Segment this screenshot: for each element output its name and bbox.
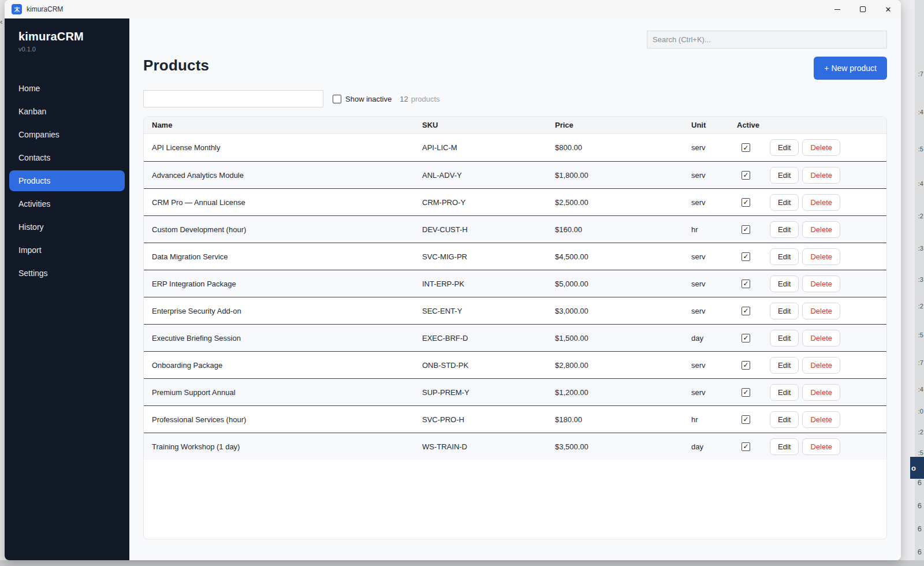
sidebar-item-activities[interactable]: Activities <box>9 193 125 214</box>
delete-button[interactable]: Delete <box>802 411 840 428</box>
product-name: Professional Services (hour) <box>152 415 422 424</box>
page-header: Products + New product <box>143 57 887 80</box>
edit-button[interactable]: Edit <box>770 384 799 401</box>
close-button[interactable]: ✕ <box>875 0 901 18</box>
sidebar-item-products[interactable]: Products <box>9 170 125 191</box>
show-inactive-toggle[interactable]: Show inactive <box>333 95 392 103</box>
product-sku: API-LIC-M <box>422 143 555 152</box>
maximize-button[interactable] <box>850 0 875 18</box>
tree-glyph-icon <box>13 6 21 13</box>
edit-button[interactable]: Edit <box>770 167 799 184</box>
show-inactive-checkbox[interactable] <box>333 95 341 103</box>
edit-button[interactable]: Edit <box>770 411 799 428</box>
active-cell: ✓ <box>737 442 770 451</box>
row-actions: Edit Delete <box>770 411 886 428</box>
active-checkbox[interactable]: ✓ <box>742 252 750 261</box>
edit-button[interactable]: Edit <box>770 221 799 238</box>
edit-button[interactable]: Edit <box>770 194 799 211</box>
active-checkbox[interactable]: ✓ <box>742 442 750 451</box>
delete-button[interactable]: Delete <box>802 167 840 184</box>
delete-button[interactable]: Delete <box>802 248 840 265</box>
sidebar-item-import[interactable]: Import <box>9 240 125 260</box>
sidebar-item-kanban[interactable]: Kanban <box>9 101 125 122</box>
product-unit: serv <box>691 171 737 180</box>
row-actions: Edit Delete <box>770 438 886 455</box>
sidebar-item-settings[interactable]: Settings <box>9 263 125 284</box>
edit-button[interactable]: Edit <box>770 248 799 265</box>
delete-button[interactable]: Delete <box>802 357 840 374</box>
new-product-button[interactable]: + New product <box>814 57 887 80</box>
product-sku: ONB-STD-PK <box>422 361 555 370</box>
global-search-input[interactable] <box>647 31 887 49</box>
active-checkbox[interactable]: ✓ <box>742 143 750 152</box>
titlebar: kimuraCRM ✕ <box>5 0 901 18</box>
active-checkbox[interactable]: ✓ <box>742 225 750 234</box>
delete-button[interactable]: Delete <box>802 330 840 347</box>
delete-button[interactable]: Delete <box>802 303 840 319</box>
table-row: Professional Services (hour) SVC-PRO-H $… <box>144 405 886 433</box>
column-header-unit: Unit <box>691 121 737 129</box>
column-header-name: Name <box>152 121 422 129</box>
background-text-fragment: :5 <box>918 332 923 338</box>
active-checkbox[interactable]: ✓ <box>742 334 750 342</box>
edit-button[interactable]: Edit <box>770 275 799 292</box>
product-filter-input[interactable] <box>143 90 323 107</box>
app-window: kimuraCRM ✕ kimuraCRM v0.1.0 HomeKanbanC… <box>5 0 901 560</box>
product-sku: DEV-CUST-H <box>422 225 555 234</box>
edit-button[interactable]: Edit <box>770 357 799 374</box>
app-version: v0.1.0 <box>5 43 129 53</box>
delete-button[interactable]: Delete <box>802 438 840 455</box>
table-row: API License Monthly API-LIC-M $800.00 se… <box>144 134 886 161</box>
active-checkbox[interactable]: ✓ <box>742 171 750 180</box>
sidebar-item-history[interactable]: History <box>9 217 125 237</box>
product-price: $5,000.00 <box>555 280 691 288</box>
sidebar-item-companies[interactable]: Companies <box>9 124 125 145</box>
active-checkbox[interactable]: ✓ <box>742 361 750 370</box>
edit-button[interactable]: Edit <box>770 438 799 455</box>
row-actions: Edit Delete <box>770 275 886 292</box>
product-sku: SVC-MIG-PR <box>422 252 555 261</box>
product-name: Executive Briefing Session <box>152 334 422 342</box>
table-row: Enterprise Security Add-on SEC-ENT-Y $3,… <box>144 297 886 324</box>
sidebar-item-home[interactable]: Home <box>9 78 125 99</box>
delete-button[interactable]: Delete <box>802 194 840 211</box>
product-sku: CRM-PRO-Y <box>422 198 555 207</box>
sidebar-item-contacts[interactable]: Contacts <box>9 147 125 168</box>
active-checkbox[interactable]: ✓ <box>742 415 750 424</box>
minimize-button[interactable] <box>825 0 850 18</box>
table-row: Onboarding Package ONB-STD-PK $2,800.00 … <box>144 351 886 378</box>
background-window-strip: :7:4:5:4:2:3:3:2:5:7:4:0:2:56666 o <box>901 0 924 566</box>
active-cell: ✓ <box>737 170 770 180</box>
active-cell: ✓ <box>737 198 770 207</box>
main-content: Products + New product Show inactive 12 … <box>129 18 901 560</box>
active-checkbox[interactable]: ✓ <box>742 307 750 315</box>
product-sku: SUP-PREM-Y <box>422 388 555 397</box>
product-unit: hr <box>691 225 737 234</box>
active-cell: ✓ <box>737 333 770 342</box>
table-row: Data Migration Service SVC-MIG-PR $4,500… <box>144 243 886 270</box>
background-text-fragment: :2 <box>918 303 923 310</box>
active-checkbox[interactable]: ✓ <box>742 198 750 207</box>
delete-button[interactable]: Delete <box>802 221 840 238</box>
table-row: CRM Pro — Annual License CRM-PRO-Y $2,50… <box>144 188 886 215</box>
sidebar-nav: HomeKanbanCompaniesContactsProductsActiv… <box>5 78 129 286</box>
product-unit: day <box>691 334 737 342</box>
background-text-fragment: :3 <box>918 245 923 252</box>
background-text-fragment: :4 <box>918 180 923 187</box>
product-name: Custom Development (hour) <box>152 225 422 234</box>
product-price: $2,800.00 <box>555 361 691 370</box>
active-checkbox[interactable]: ✓ <box>742 388 750 397</box>
delete-button[interactable]: Delete <box>802 384 840 401</box>
edit-button[interactable]: Edit <box>770 303 799 319</box>
table-body: API License Monthly API-LIC-M $800.00 se… <box>144 134 886 460</box>
active-checkbox[interactable]: ✓ <box>742 280 750 288</box>
delete-button[interactable]: Delete <box>802 139 840 156</box>
delete-button[interactable]: Delete <box>802 275 840 292</box>
brand-logo: kimuraCRM <box>5 30 129 43</box>
active-cell: ✓ <box>737 388 770 397</box>
edit-button[interactable]: Edit <box>770 139 799 156</box>
background-text-fragment: :7 <box>918 70 923 77</box>
product-price: $4,500.00 <box>555 252 691 261</box>
edit-button[interactable]: Edit <box>770 330 799 347</box>
background-text-fragment: :5 <box>918 146 923 152</box>
